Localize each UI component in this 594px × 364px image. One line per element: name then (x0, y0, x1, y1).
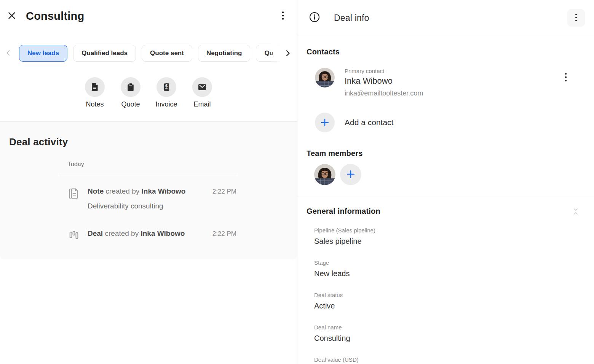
field-value: Sales pipeline (314, 237, 585, 246)
invoice-action-label: Invoice (155, 100, 177, 108)
stage-tab-quote-sent[interactable]: Quote sent (142, 45, 192, 62)
invoice-icon: $ (156, 77, 176, 97)
collapse-icon (571, 212, 580, 218)
activity-item-deal: Deal created by Inka Wibowo 2:22 PM (68, 229, 236, 240)
notes-action-button[interactable]: Notes (83, 77, 106, 108)
stages-scroll-right-button[interactable] (283, 49, 292, 59)
close-button[interactable] (7, 11, 17, 22)
timeline-divider (59, 174, 236, 174)
activity-item-text: Note created by Inka Wibowo (88, 187, 208, 196)
quote-action-button[interactable]: Quote (119, 77, 142, 108)
notes-icon (85, 77, 105, 97)
invoice-action-button[interactable]: $ Invoice (155, 77, 178, 108)
activity-item-note: Note created by Inka Wibowo Deliverabili… (68, 187, 236, 210)
add-contact-label: Add a contact (345, 118, 393, 127)
activity-item-time: 2:22 PM (212, 187, 236, 196)
kebab-menu-icon (572, 12, 581, 24)
general-fields: Pipeline (Sales pipeline) Sales pipeline… (314, 227, 585, 363)
field-deal-value[interactable]: Deal value (USD) (314, 356, 585, 363)
contacts-heading: Contacts (307, 48, 585, 56)
field-label: Pipeline (Sales pipeline) (314, 227, 585, 234)
chevron-left-icon (4, 48, 13, 59)
deal-activity-section: Deal activity Today (0, 121, 297, 259)
contact-menu-button[interactable] (563, 72, 569, 85)
plus-icon (315, 113, 335, 132)
primary-contact-row: Primary contact Inka Wibowo inka@emailto… (307, 68, 585, 97)
deal-kanban-icon (68, 229, 80, 240)
deal-header: Consulting (0, 0, 297, 22)
stage-tab-new-leads[interactable]: New leads (19, 45, 67, 62)
chevron-right-icon (283, 49, 292, 59)
field-deal-name[interactable]: Deal name Consulting (314, 324, 585, 343)
deal-info-menu-button[interactable] (567, 9, 585, 27)
add-contact-button[interactable]: Add a contact (307, 113, 393, 132)
field-stage[interactable]: Stage New leads (314, 259, 585, 278)
team-members-heading: Team members (307, 149, 585, 158)
deal-info-sidebar: Deal info Contacts (297, 0, 594, 364)
contact-info: Primary contact Inka Wibowo inka@emailto… (345, 68, 563, 97)
quote-icon (121, 77, 141, 97)
kebab-menu-icon (563, 79, 569, 85)
contact-role-label: Primary contact (345, 68, 563, 74)
stages-scroll-left-button[interactable] (4, 48, 13, 59)
field-deal-status[interactable]: Deal status Active (314, 292, 585, 310)
email-icon (192, 77, 212, 97)
activity-item-detail: Deliverability consulting (88, 202, 208, 210)
plus-icon (345, 169, 356, 181)
deal-menu-button[interactable] (278, 10, 288, 22)
field-label: Deal name (314, 324, 585, 331)
field-value: Consulting (314, 334, 585, 343)
activity-timeline: Today (59, 161, 236, 240)
field-label: Deal value (USD) (314, 356, 585, 363)
field-value: Active (314, 302, 585, 310)
deal-detail-view: Consulting New leads Qualified leads Quo… (0, 0, 594, 364)
activity-item-text: Deal created by Inka Wibowo (88, 229, 208, 238)
stage-tabs-viewport: New leads Qualified leads Quote sent Neg… (19, 45, 291, 62)
deal-info-title: Deal info (334, 13, 369, 23)
field-pipeline[interactable]: Pipeline (Sales pipeline) Sales pipeline (314, 227, 585, 246)
kebab-menu-icon (278, 10, 288, 22)
collapse-section-button[interactable] (571, 206, 580, 218)
field-value: New leads (314, 269, 585, 278)
email-action-label: Email (193, 100, 211, 108)
activity-item-body: Note created by Inka Wibowo Deliverabili… (88, 187, 208, 210)
contact-email: inka@emailtooltester.com (345, 89, 563, 97)
quote-action-label: Quote (121, 100, 140, 108)
deal-activity-heading: Deal activity (9, 136, 288, 148)
team-member-avatar (314, 164, 335, 185)
general-information-heading: General information (307, 207, 585, 216)
activity-item-time: 2:22 PM (212, 229, 236, 238)
activity-item-body: Deal created by Inka Wibowo (88, 229, 208, 238)
deal-title: Consulting (26, 10, 84, 22)
contact-avatar (315, 68, 335, 87)
quick-actions-row: Notes Quote $ (0, 77, 297, 108)
deal-info-header: Deal info (297, 0, 594, 36)
email-action-button[interactable]: Email (191, 77, 214, 108)
info-icon (309, 11, 320, 24)
stage-tab-qualified-leads[interactable]: Qualified leads (73, 45, 136, 62)
close-icon (7, 11, 17, 22)
field-label: Deal status (314, 292, 585, 298)
deal-main-panel: Consulting New leads Qualified leads Quo… (0, 0, 297, 364)
note-document-icon (68, 187, 80, 200)
add-team-member-button[interactable] (340, 164, 361, 185)
pipeline-stage-tabs: New leads Qualified leads Quote sent Neg… (0, 45, 297, 62)
contact-name: Inka Wibowo (345, 76, 563, 86)
activity-group-label: Today (68, 161, 236, 168)
notes-action-label: Notes (86, 100, 104, 108)
general-information-section: General information Pipeline (Sales p (307, 197, 585, 363)
deal-info-body: Contacts (297, 36, 594, 364)
stage-tab-negotiating[interactable]: Negotiating (198, 45, 251, 62)
svg-text:$: $ (165, 83, 168, 88)
team-members-row (314, 164, 585, 185)
field-label: Stage (314, 259, 585, 266)
